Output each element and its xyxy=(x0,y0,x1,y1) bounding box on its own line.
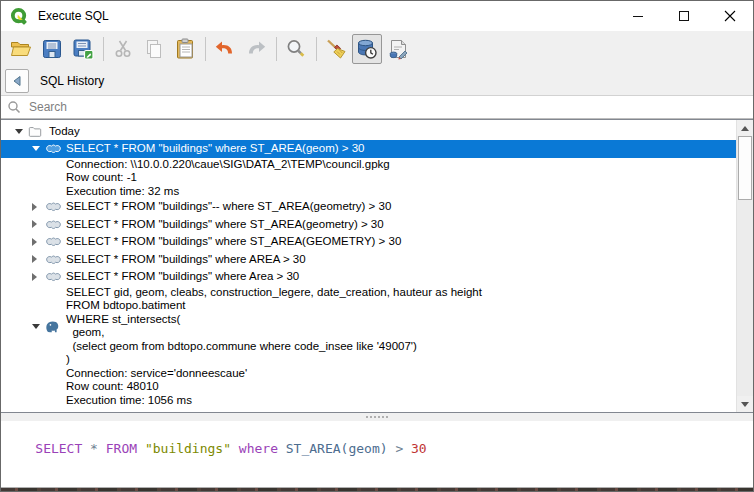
gpkg-icon xyxy=(45,235,66,248)
folder-icon xyxy=(28,125,49,138)
tree-query-row[interactable]: SELECT * FROM "buildings"-- where ST_ARE… xyxy=(1,198,736,216)
tree-row-text: SELECT gid, geom, cleabs, construction_l… xyxy=(66,286,482,367)
expander-cell xyxy=(32,146,45,151)
clear-button[interactable] xyxy=(321,34,351,64)
save-icon xyxy=(40,37,64,61)
tree-detail-row[interactable]: Row count: 48010 xyxy=(1,380,736,394)
search-bar xyxy=(1,95,753,119)
tree-query-row[interactable]: SELECT * FROM "buildings" where AREA > 3… xyxy=(1,251,736,269)
tree-row-text: SELECT * FROM "buildings" where ST_AREA(… xyxy=(66,235,401,249)
scrollbar-track[interactable] xyxy=(737,136,753,396)
maximize-icon xyxy=(679,11,689,21)
execute-query-button[interactable] xyxy=(383,34,413,64)
undo-button[interactable] xyxy=(210,34,240,64)
tree-row-text: Connection: \\10.0.0.220\caue\SIG\DATA_2… xyxy=(66,158,390,172)
tree-row-text: Connection: service='donneescaue' xyxy=(66,367,247,381)
arrow-up-icon xyxy=(741,126,749,131)
tree-row-text: SELECT * FROM "buildings" where ST_AREA(… xyxy=(66,142,364,156)
tree-row-text: Execution time: 32 ms xyxy=(66,185,179,199)
tree-query-row[interactable]: SELECT * FROM "buildings" where ST_AREA(… xyxy=(1,140,736,158)
tree-query-row[interactable]: SELECT * FROM "buildings" where ST_AREA(… xyxy=(1,233,736,251)
expander-cell xyxy=(15,129,28,134)
cut-icon xyxy=(111,37,135,61)
collapse-arrow-icon[interactable] xyxy=(32,324,40,329)
expand-arrow-icon[interactable] xyxy=(32,273,37,281)
expand-arrow-icon[interactable] xyxy=(32,238,37,246)
redo-button[interactable] xyxy=(241,34,271,64)
database-clock-icon xyxy=(355,37,379,61)
sql-editor[interactable]: SELECT * FROM "buildings" where ST_AREA(… xyxy=(1,421,753,487)
tree-query-row[interactable]: SELECT * FROM "buildings" where ST_AREA(… xyxy=(1,216,736,234)
expander-cell xyxy=(32,220,45,228)
expander-cell xyxy=(32,238,45,246)
paste-button[interactable] xyxy=(170,34,200,64)
open-file-button[interactable] xyxy=(6,34,36,64)
tree-detail-row[interactable]: Connection: \\10.0.0.220\caue\SIG\DATA_2… xyxy=(1,158,736,172)
search-input[interactable] xyxy=(27,99,747,115)
broom-icon xyxy=(324,37,348,61)
tree-row-text: SELECT * FROM "buildings" where ST_AREA(… xyxy=(66,218,384,232)
tree-detail-row[interactable]: Execution time: 1056 ms xyxy=(1,394,736,408)
arrow-down-icon xyxy=(741,402,749,407)
expand-arrow-icon[interactable] xyxy=(32,203,37,211)
scrollbar-thumb[interactable] xyxy=(738,136,752,200)
splitter-handle[interactable] xyxy=(1,413,753,421)
tree-detail-row[interactable]: Connection: service='donneescaue' xyxy=(1,367,736,381)
gpkg-icon xyxy=(45,218,66,231)
paste-icon xyxy=(173,37,197,61)
sql-editor-content: SELECT * FROM "buildings" where ST_AREA(… xyxy=(35,441,426,456)
redo-icon xyxy=(244,37,268,61)
save-as-button[interactable] xyxy=(68,34,98,64)
maximize-button[interactable] xyxy=(661,1,707,31)
clipped-bottom-row xyxy=(1,487,753,492)
toolbar-separator xyxy=(276,37,277,61)
panel-header: SQL History xyxy=(1,67,753,95)
gpkg-icon xyxy=(45,270,66,283)
sql-history-tree: TodaySELECT * FROM "buildings" where ST_… xyxy=(1,120,736,412)
find-button[interactable] xyxy=(281,34,311,64)
cut-button[interactable] xyxy=(108,34,138,64)
postgres-icon xyxy=(45,319,66,334)
minimize-button[interactable] xyxy=(615,1,661,31)
back-button[interactable] xyxy=(5,69,29,93)
minimize-icon xyxy=(633,16,643,17)
toolbar xyxy=(1,31,753,67)
save-as-icon xyxy=(71,37,95,61)
close-icon xyxy=(724,10,736,22)
save-button[interactable] xyxy=(37,34,67,64)
expander-cell xyxy=(32,324,45,329)
copy-button[interactable] xyxy=(139,34,169,64)
tree-query-row[interactable]: SELECT gid, geom, cleabs, construction_l… xyxy=(1,286,736,367)
execute-sql-dialog: Execute SQL xyxy=(0,0,754,492)
splitter-dots-icon xyxy=(366,416,388,418)
expander-cell xyxy=(32,273,45,281)
execute-query-icon xyxy=(386,37,410,61)
scroll-up-button[interactable] xyxy=(737,120,753,136)
scroll-down-button[interactable] xyxy=(737,396,753,412)
collapse-arrow-icon[interactable] xyxy=(32,146,40,151)
open-folder-icon xyxy=(9,37,33,61)
sql-history-button[interactable] xyxy=(352,34,382,64)
vertical-scrollbar[interactable] xyxy=(736,120,753,412)
tree-group-row[interactable]: Today xyxy=(1,123,736,140)
tree-row-text: SELECT * FROM "buildings" where Area > 3… xyxy=(66,270,299,284)
expand-arrow-icon[interactable] xyxy=(32,220,37,228)
tree-detail-row[interactable]: Execution time: 32 ms xyxy=(1,185,736,199)
expand-arrow-icon[interactable] xyxy=(32,255,37,263)
search-icon xyxy=(284,37,308,61)
qgis-logo-icon xyxy=(10,7,29,26)
tree-row-text: Execution time: 1056 ms xyxy=(66,394,192,408)
back-arrow-icon xyxy=(11,75,23,87)
tree-row-text: SELECT * FROM "buildings" where AREA > 3… xyxy=(66,253,306,267)
tree-row-text: Row count: 48010 xyxy=(66,380,159,394)
tree-row-text: SELECT * FROM "buildings"-- where ST_ARE… xyxy=(66,200,391,214)
search-icon xyxy=(7,100,21,114)
sql-history-panel: TodaySELECT * FROM "buildings" where ST_… xyxy=(1,119,753,413)
collapse-arrow-icon[interactable] xyxy=(15,129,23,134)
gpkg-icon xyxy=(45,142,66,155)
tree-query-row[interactable]: SELECT * FROM "buildings" where Area > 3… xyxy=(1,268,736,286)
tree-detail-row[interactable]: Row count: -1 xyxy=(1,171,736,185)
gpkg-icon xyxy=(45,200,66,213)
undo-icon xyxy=(213,37,237,61)
close-button[interactable] xyxy=(707,1,753,31)
